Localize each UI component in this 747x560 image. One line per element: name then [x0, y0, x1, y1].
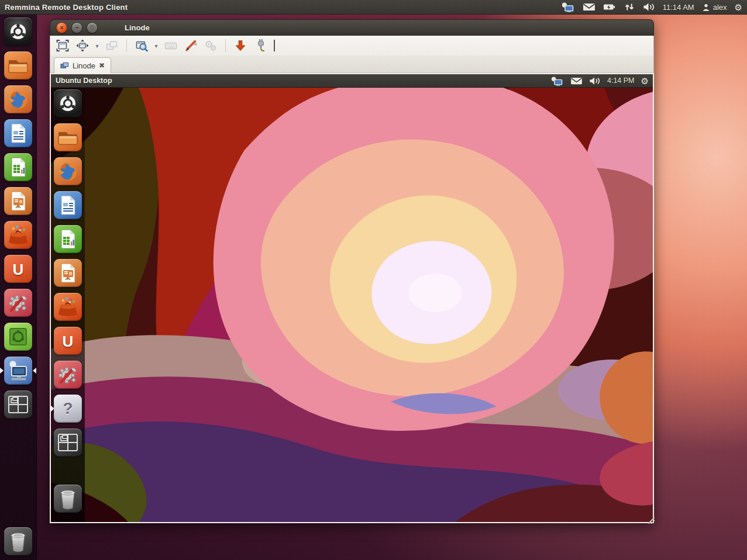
software-center-icon	[54, 293, 82, 321]
text-cursor	[274, 40, 275, 51]
running-indicator-arrow	[0, 368, 4, 374]
libreoffice-writer-icon	[54, 191, 82, 219]
ubuntu-dash-icon	[54, 89, 82, 117]
mail-icon[interactable]	[570, 77, 583, 85]
remote-sidebar-item-system-settings[interactable]	[51, 361, 85, 389]
session-gear-icon[interactable]: ⚙	[641, 77, 649, 85]
remote-system-tray: 4:14 PM ⚙	[550, 76, 649, 86]
host-clock[interactable]: 11:14 AM	[663, 3, 694, 12]
remote-top-panel[interactable]: Ubuntu Desktop 4:14 PM ⚙	[51, 74, 653, 88]
tools-button[interactable]	[182, 37, 199, 54]
remote-unity-launcher: U ?	[51, 87, 85, 522]
unknown-app-icon: ?	[54, 395, 82, 423]
remote-sidebar-item-trash[interactable]	[51, 485, 85, 513]
tab-screens-icon	[60, 61, 69, 70]
remote-sidebar-item-impress[interactable]	[51, 259, 85, 287]
user-menu[interactable]: alex	[702, 3, 727, 12]
network-arrows-icon[interactable]	[624, 2, 635, 12]
tab-linode[interactable]: Linode ✖	[54, 57, 111, 73]
remote-clock[interactable]: 4:14 PM	[607, 77, 635, 85]
tab-label: Linode	[73, 61, 95, 70]
fullscreen-button[interactable]	[54, 37, 71, 54]
connection-tabbar: Linode ✖	[50, 56, 654, 73]
host-system-tray: 11:14 AM alex ⚙	[560, 2, 742, 12]
files-folder-icon	[54, 123, 82, 151]
sidebar-item-system-settings[interactable]	[0, 289, 36, 317]
sidebar-item-dash[interactable]	[0, 18, 36, 46]
sidebar-item-ubuntu-one[interactable]: U	[0, 255, 36, 283]
software-center-icon	[4, 221, 32, 249]
duplicate-connection-button[interactable]	[103, 37, 121, 54]
window-close-button[interactable]: ×	[56, 22, 67, 33]
scaled-mode-dropdown[interactable]: ▾	[153, 43, 160, 49]
host-panel-app-title: Remmina Remote Desktop Client	[5, 3, 128, 12]
remote-sidebar-item-firefox[interactable]	[51, 157, 85, 185]
libreoffice-impress-icon	[54, 259, 82, 287]
user-icon	[702, 3, 710, 12]
tab-close-icon[interactable]: ✖	[99, 61, 105, 70]
sidebar-item-update-manager[interactable]	[0, 323, 36, 351]
volume-icon[interactable]	[589, 77, 601, 85]
sidebar-item-workspaces[interactable]	[0, 390, 36, 419]
remote-sidebar-item-calc[interactable]	[51, 225, 85, 253]
window-title: Linode	[125, 23, 150, 32]
sidebar-item-software-center[interactable]	[0, 221, 36, 249]
remmina-icon	[4, 357, 32, 385]
sidebar-item-trash[interactable]	[0, 527, 36, 555]
system-settings-icon	[4, 289, 32, 317]
resize-grip[interactable]	[648, 517, 655, 524]
ubuntu-one-icon: U	[4, 255, 32, 283]
remote-sidebar-item-unknown[interactable]: ?	[51, 395, 85, 423]
window-maximize-button[interactable]: □	[87, 22, 98, 33]
window-minimize-button[interactable]: −	[71, 22, 82, 33]
sidebar-item-calc[interactable]	[0, 153, 36, 181]
ubuntu-dash-icon	[4, 18, 32, 46]
minimize-connection-button[interactable]	[232, 37, 249, 54]
trash-icon	[54, 485, 82, 513]
remote-sidebar-item-writer[interactable]	[51, 191, 85, 219]
battery-icon[interactable]	[603, 2, 616, 12]
files-folder-icon	[4, 51, 32, 79]
ubuntu-one-letter: U	[54, 327, 82, 355]
system-settings-icon	[54, 361, 82, 389]
remmina-indicator-icon[interactable]	[550, 76, 564, 86]
firefox-icon	[54, 157, 82, 185]
remote-sidebar-item-software-center[interactable]	[51, 293, 85, 321]
window-titlebar[interactable]: × − □ Linode	[50, 19, 654, 36]
session-gear-icon[interactable]: ⚙	[735, 3, 742, 12]
sidebar-item-impress[interactable]	[0, 187, 36, 215]
firefox-icon	[4, 85, 32, 113]
sidebar-item-files[interactable]	[0, 51, 36, 79]
libreoffice-writer-icon	[4, 119, 32, 147]
scaled-mode-button[interactable]	[133, 37, 150, 54]
fit-window-button[interactable]	[74, 37, 91, 54]
remote-panel-title[interactable]: Ubuntu Desktop	[56, 77, 112, 85]
libreoffice-calc-icon	[4, 153, 32, 181]
preferences-button[interactable]	[202, 37, 219, 54]
update-manager-icon	[4, 323, 32, 351]
volume-icon[interactable]	[643, 2, 655, 12]
sidebar-item-writer[interactable]	[0, 119, 36, 147]
focused-indicator-arrow	[33, 368, 36, 374]
toolbar-separator	[225, 39, 226, 52]
remmina-indicator-icon[interactable]	[560, 2, 575, 12]
grab-keyboard-button[interactable]	[162, 37, 180, 54]
remote-desktop-viewport[interactable]: Ubuntu Desktop 4:14 PM ⚙	[50, 73, 654, 523]
remote-sidebar-item-workspaces[interactable]	[51, 428, 85, 457]
libreoffice-calc-icon	[54, 225, 82, 253]
libreoffice-impress-icon	[4, 187, 32, 215]
remote-sidebar-item-dash[interactable]	[51, 89, 85, 117]
username: alex	[713, 3, 727, 12]
trash-icon	[4, 527, 32, 555]
remmina-window: × − □ Linode ▾ ▾ Linode ✖	[50, 19, 654, 523]
host-top-panel: Remmina Remote Desktop Client 11:14 AM a…	[0, 0, 747, 15]
sidebar-item-remmina[interactable]	[0, 357, 36, 385]
disconnect-button[interactable]	[252, 37, 269, 54]
fit-window-dropdown[interactable]: ▾	[94, 43, 101, 49]
ubuntu-one-icon: U	[54, 327, 82, 355]
remote-sidebar-item-files[interactable]	[51, 123, 85, 151]
mail-icon[interactable]	[583, 2, 595, 12]
remote-sidebar-item-ubuntu-one[interactable]: U	[51, 327, 85, 355]
sidebar-item-firefox[interactable]	[0, 85, 36, 113]
question-mark: ?	[54, 395, 82, 423]
